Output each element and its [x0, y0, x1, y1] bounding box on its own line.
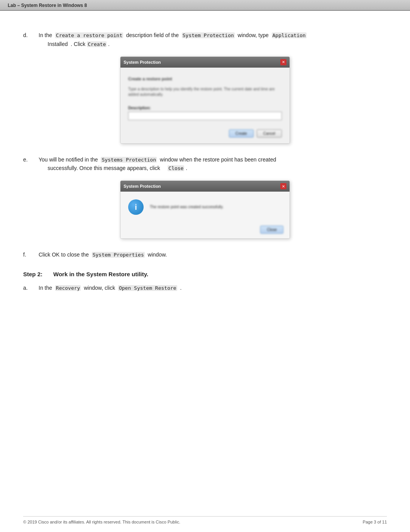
dialog-titlebar-1: System Protection ✕ — [120, 57, 290, 68]
step-f-label: f. Click OK to close the System Properti… — [23, 250, 387, 259]
field-description-1: Type a description to help you identify … — [128, 87, 282, 97]
create-button[interactable]: Create — [229, 129, 254, 138]
close-button-success[interactable]: Close — [260, 226, 283, 234]
description-input[interactable] — [128, 112, 282, 120]
success-dialog-footer: Close — [120, 223, 290, 238]
open-system-restore-ref: Open System Restore — [118, 285, 177, 291]
recovery-ref: Recovery — [55, 285, 81, 291]
content-area: d. In the Create a restore point descrip… — [23, 31, 387, 292]
dialog-title-text-2: System Protection — [124, 184, 161, 189]
input-label-1: Description: — [128, 106, 151, 110]
step-d-text: In the Create a restore point descriptio… — [39, 31, 307, 49]
step2-label: Step 2: — [23, 271, 50, 277]
system-protection-ref: System Protection — [182, 32, 235, 38]
footer-copyright: © 2019 Cisco and/or its affiliates. All … — [23, 520, 180, 524]
dialog-close-button-2[interactable]: ✕ — [280, 183, 286, 189]
dialog-buttons-1: Create Cancel — [128, 129, 282, 138]
create-ref: Create — [87, 41, 107, 47]
step-f-letter: f. — [23, 252, 39, 258]
dialog-title-text-1: System Protection — [124, 60, 161, 65]
step-e-letter: e. — [23, 156, 39, 163]
create-restore-point-ref: Create a restore point — [55, 32, 123, 38]
close-ref: Close — [168, 165, 184, 171]
step-f-text: Click OK to close the System Properties … — [39, 250, 167, 259]
screenshot-success: System Protection ✕ i The restore point … — [120, 180, 290, 239]
field-label-1: Create a restore point — [128, 76, 172, 81]
application-ref: Application — [272, 32, 307, 38]
cancel-button[interactable]: Cancel — [257, 129, 282, 138]
dialog-success-body: i The restore point was created successf… — [120, 192, 290, 223]
dialog-titlebar-2: System Protection ✕ — [120, 181, 290, 192]
success-icon: i — [128, 199, 144, 215]
systems-protection-ref: Systems Protection — [101, 157, 157, 163]
step-e-text: You will be notified in the Systems Prot… — [39, 155, 276, 173]
success-message-text: The restore point was created successful… — [150, 204, 282, 210]
header-line — [0, 10, 410, 11]
step-d-label: d. In the Create a restore point descrip… — [23, 31, 387, 49]
page-footer: © 2019 Cisco and/or its affiliates. All … — [23, 516, 387, 524]
dialog-create-restore-box: System Protection ✕ Create a restore poi… — [120, 56, 290, 144]
step-2a: a. In the Recovery window, click Open Sy… — [23, 284, 387, 292]
header-bar: Lab – System Restore in Windows 8 — [0, 0, 410, 11]
dialog-success-box: System Protection ✕ i The restore point … — [120, 180, 290, 239]
step-d: d. In the Create a restore point descrip… — [23, 31, 387, 144]
dialog-body-1: Create a restore point Type a descriptio… — [120, 68, 290, 143]
screenshot-create-restore: System Protection ✕ Create a restore poi… — [120, 56, 290, 144]
step-f: f. Click OK to close the System Properti… — [23, 250, 387, 259]
step-2a-label: a. In the Recovery window, click Open Sy… — [23, 284, 387, 292]
step2-text: Work in the System Restore utility. — [53, 271, 148, 277]
step-2a-letter: a. — [23, 285, 39, 291]
system-properties-ref: System Properties — [92, 252, 145, 258]
step-d-letter: d. — [23, 32, 39, 38]
step2-header: Step 2: Work in the System Restore utili… — [23, 271, 387, 277]
step-e-label: e. You will be notified in the Systems P… — [23, 155, 387, 173]
dialog-close-button-1[interactable]: ✕ — [280, 59, 286, 65]
step-2a-text: In the Recovery window, click Open Syste… — [39, 284, 181, 292]
footer-page-number: Page 3 of 11 — [363, 520, 387, 524]
page-header-title: Lab – System Restore in Windows 8 — [8, 3, 87, 8]
step-e: e. You will be notified in the Systems P… — [23, 155, 387, 239]
